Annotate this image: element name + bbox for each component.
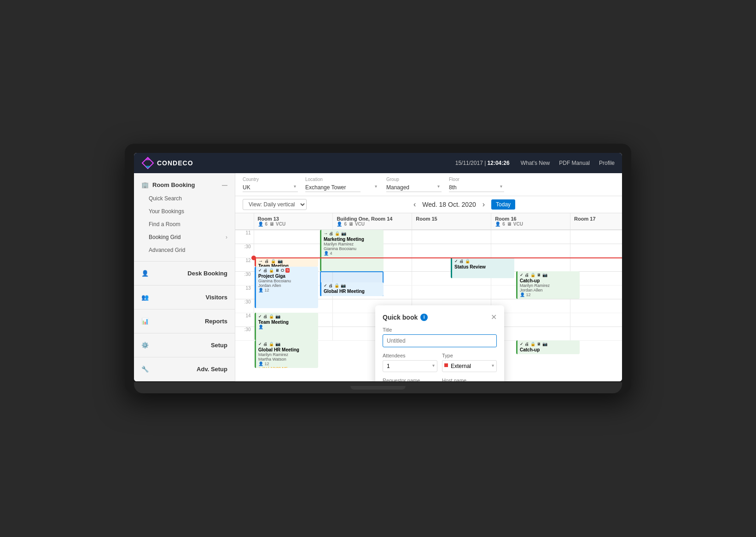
room13-header: Room 13 👤 6 🖥 VCU <box>254 213 333 230</box>
floor-select[interactable]: 8th <box>449 183 504 192</box>
location-select[interactable]: Exchange Tower <box>305 183 361 192</box>
qb-type-select[interactable]: External <box>442 360 497 372</box>
cell-room17-1430[interactable] <box>570 327 622 340</box>
qb-type-field: Type External <box>442 353 497 372</box>
cell-room15-1100[interactable] <box>412 230 491 244</box>
room16-meta: 👤 6 🖥 VCU <box>495 222 566 227</box>
booking-team-meeting-small[interactable]: → 🖨 🔒 📷 Team Meeting <box>255 257 318 267</box>
today-button[interactable]: Today <box>491 199 515 210</box>
lock-hr: 🔒 <box>269 342 274 346</box>
country-select[interactable]: UK <box>243 183 298 192</box>
whats-new-link[interactable]: What's New <box>521 160 550 166</box>
sidebar-header-reports[interactable]: 📊 Reports <box>134 314 235 328</box>
qb-attendees-select-wrapper[interactable]: 1 <box>383 360 437 372</box>
lock-icon-pg: 🔒 <box>269 268 274 273</box>
time-1400: 14 <box>235 313 254 327</box>
cell-room15-1300[interactable] <box>412 285 491 299</box>
booking-title: Marketing Meeting <box>324 237 381 242</box>
arrow-icon: → <box>258 258 263 263</box>
qb-host-field: Host name <box>442 378 497 381</box>
room16-header: Room 16 👤 6 🖥 VCU <box>491 213 570 230</box>
location-select-wrapper[interactable]: Exchange Tower <box>305 183 379 192</box>
sidebar-item-find-a-room[interactable]: Find a Room <box>134 218 235 231</box>
booking-marketing-meeting[interactable]: → 🖨 🔒 📷 Marketing Meeting Marilyn Ramire… <box>320 230 384 271</box>
profile-link[interactable]: Profile <box>599 160 615 166</box>
cell-room17-1400[interactable] <box>570 313 622 327</box>
cell-room17-1130[interactable] <box>570 244 622 257</box>
group-select-wrapper[interactable]: Managed <box>386 183 442 192</box>
check-cu2: ✓ <box>520 342 523 346</box>
lock-cu2: 🔒 <box>530 342 535 346</box>
qb-title-input[interactable] <box>383 334 497 347</box>
view-select[interactable]: View: Daily vertical <box>243 199 307 210</box>
sidebar-header-desk-booking[interactable]: 👤 Desk Booking <box>134 266 235 280</box>
time-1430: :30 <box>235 327 254 340</box>
video-hr: 📷 <box>275 342 280 346</box>
time-col-header <box>235 213 254 230</box>
sidebar-desk-booking-section: 👤 Desk Booking <box>134 262 235 286</box>
booking-person1: Marilyn Ramirez <box>324 242 381 246</box>
sidebar-item-your-bookings[interactable]: Your Bookings <box>134 205 235 218</box>
next-day-button[interactable]: › <box>481 200 487 209</box>
cell-room17-1100[interactable] <box>570 230 622 244</box>
sidebar-visitors-section: 👥 Visitors <box>134 286 235 309</box>
project-giga-p2: Jordan Allen <box>258 283 316 288</box>
group-select[interactable]: Managed <box>386 183 442 192</box>
check-ls: ✓ <box>520 273 523 277</box>
sidebar-header-adv-setup[interactable]: 🔧 Adv. Setup <box>134 362 235 376</box>
country-select-wrapper[interactable]: UK <box>243 183 298 192</box>
main-layout: 🏢 Room Booking — Quick Search Your Booki… <box>134 173 622 381</box>
qb-close-button[interactable]: ✕ <box>491 313 497 321</box>
qb-type-select-wrapper[interactable]: External <box>442 360 497 372</box>
qb-title-text: Quick book i <box>383 314 428 321</box>
time-1300: 13 <box>235 285 254 299</box>
sidebar-header-visitors[interactable]: 👥 Visitors <box>134 290 235 304</box>
cell-room17-1200[interactable] <box>570 257 622 271</box>
sidebar-header-setup[interactable]: ⚙️ Setup <box>134 338 235 352</box>
cell-room15-1130[interactable] <box>412 244 491 257</box>
cell-room17-1330[interactable] <box>570 299 622 313</box>
booking-catchup[interactable]: ✓ 🖨 🔒 📷 Team Meeting 👤 <box>255 313 318 340</box>
filter-bar: Country UK Location Exchange Tower <box>235 173 622 196</box>
qb-info-icon[interactable]: i <box>420 314 428 321</box>
qb-attendees-select[interactable]: 1 <box>383 360 437 372</box>
sidebar-item-quick-search[interactable]: Quick Search <box>134 192 235 205</box>
current-date: Wed. 18 Oct. 2020 <box>422 201 476 208</box>
status-review-icons: ✓ 🖨 🔒 <box>454 259 512 263</box>
check-icon: ✓ <box>258 268 262 273</box>
room13-name: Room 13 <box>258 216 329 222</box>
chevron-right-icon: › <box>226 234 227 240</box>
sidebar-item-booking-grid[interactable]: Booking Grid › <box>134 231 235 244</box>
room14-name: Building One, Room 14 <box>337 216 408 222</box>
logistics-p2: Jordan Allen <box>520 288 577 292</box>
cell-room16-1100[interactable] <box>491 230 570 244</box>
booking-global-hr[interactable]: ✓ 🖨 🔒 📷 Global HR Meeting Marilyn Ramire… <box>255 340 318 368</box>
booking-logistics[interactable]: ✓ 🖨 🔒 🖥 📷 Catch-up Marilyn Ramirez Jorda… <box>516 271 580 299</box>
global-hr-p2: Martha Watson <box>258 357 316 362</box>
booking-icons-pg: ✓ 🖨 🔒 🖥 O S <box>258 268 316 273</box>
sidebar-item-advanced-grid[interactable]: Advanced Grid <box>134 244 235 257</box>
content-area: Country UK Location Exchange Tower <box>235 173 622 381</box>
catchup-count: 👤 <box>258 325 316 329</box>
floor-select-wrapper[interactable]: 8th <box>449 183 504 192</box>
prev-day-button[interactable]: ‹ <box>412 200 418 209</box>
qb-title-field: Title <box>383 327 497 347</box>
booking-catchup2[interactable]: ✓ 🖨 🔒 🖥 📷 Catch-up <box>516 340 580 354</box>
check-cu: ✓ <box>258 314 262 319</box>
group-label: Group <box>386 177 442 182</box>
date-navigation: ‹ Wed. 18 Oct. 2020 › Today <box>412 199 515 210</box>
logo-icon <box>141 157 154 169</box>
quick-book-popup: Quick book i ✕ Title <box>375 305 504 381</box>
booking-project-giga[interactable]: ✓ 🖨 🔒 🖥 O S Project Giga Gianina Bocoian… <box>255 267 318 308</box>
booking-status-review[interactable]: ✓ 🖨 🔒 Status Review <box>451 257 514 278</box>
floor-label: Floor <box>449 177 504 182</box>
print-cu: 🖨 <box>263 314 268 319</box>
pdf-manual-link[interactable]: PDF Manual <box>559 160 590 166</box>
lock-ls: 🔒 <box>530 273 535 277</box>
room17-header: Room 17 <box>570 213 622 230</box>
room17-name: Room 17 <box>574 216 622 222</box>
cell-room16-1130[interactable] <box>491 244 570 257</box>
sidebar-header-room-booking[interactable]: 🏢 Room Booking — <box>134 178 235 192</box>
booking-team-meeting-sel[interactable]: ✓ 🖨 🔒 📷 Global HR Meeting <box>320 282 384 296</box>
type-color-dot <box>444 363 448 367</box>
